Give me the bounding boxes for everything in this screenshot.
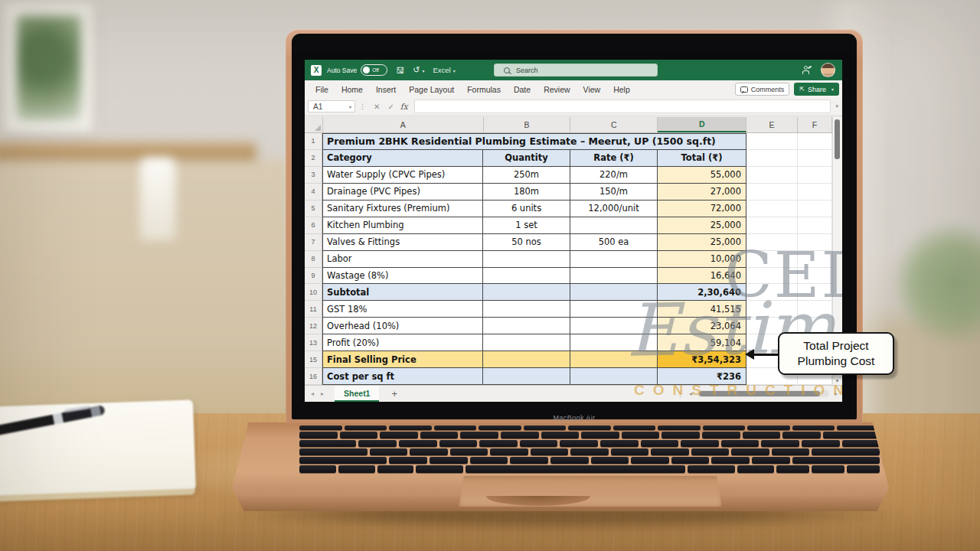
key[interactable]	[792, 425, 835, 430]
key[interactable]	[338, 465, 375, 473]
cell-C7[interactable]: 500 ea	[570, 234, 658, 251]
key[interactable]	[681, 440, 719, 447]
row-header-6[interactable]: 6	[305, 217, 322, 234]
key[interactable]	[658, 425, 701, 430]
key[interactable]	[737, 465, 774, 473]
cell-B10[interactable]	[483, 284, 570, 301]
cell-C11[interactable]	[570, 301, 658, 318]
cell-F2[interactable]	[798, 150, 832, 167]
keyboard[interactable]	[299, 425, 880, 473]
cell-E6[interactable]	[746, 217, 798, 234]
key[interactable]	[761, 440, 799, 447]
horizontal-scroll-thumb[interactable]	[699, 391, 820, 396]
key[interactable]	[466, 465, 685, 473]
name-box[interactable]: A1 ▾	[308, 100, 355, 112]
vertical-scroll-thumb[interactable]	[835, 119, 840, 159]
cell-D11[interactable]: 41,515	[658, 301, 746, 318]
column-header-A[interactable]: A	[323, 117, 484, 132]
cell-C16[interactable]	[570, 368, 658, 385]
cell-C12[interactable]	[570, 318, 658, 334]
cell-C8[interactable]	[570, 251, 658, 268]
key[interactable]	[743, 432, 781, 439]
cell-F4[interactable]	[798, 184, 832, 201]
cell-A7[interactable]: Valves & Fittings	[322, 234, 483, 251]
row-header-13[interactable]: 13	[305, 334, 322, 351]
column-header-B[interactable]: B	[484, 117, 571, 132]
key[interactable]	[470, 457, 508, 464]
key[interactable]	[299, 448, 368, 455]
key[interactable]	[410, 448, 447, 455]
key[interactable]	[782, 432, 821, 439]
key[interactable]	[531, 448, 568, 455]
undo-icon[interactable]: ↺▾	[413, 65, 424, 75]
cell-F7[interactable]	[798, 234, 832, 251]
ribbon-tab-formulas[interactable]: Formulas	[467, 85, 501, 94]
key[interactable]	[812, 465, 844, 473]
row-header-16[interactable]: 16	[305, 368, 322, 385]
cell-A10[interactable]: Subtotal	[322, 284, 483, 301]
key[interactable]	[490, 448, 528, 455]
cell-C6[interactable]	[570, 217, 658, 234]
key[interactable]	[450, 448, 488, 455]
column-header-D[interactable]: D	[658, 117, 746, 132]
cell-B13[interactable]	[483, 334, 570, 351]
column-header-C[interactable]: C	[570, 117, 658, 132]
ribbon-tab-home[interactable]: Home	[341, 85, 363, 94]
cell-D9[interactable]: 16,640	[658, 268, 746, 285]
cell-D10[interactable]: 2,30,640	[658, 284, 746, 301]
key[interactable]	[812, 448, 880, 455]
cell-F1[interactable]	[798, 133, 832, 150]
key[interactable]	[299, 425, 342, 430]
sheet-nav-right-icon[interactable]: ▸	[321, 390, 324, 397]
key[interactable]	[340, 432, 378, 439]
cell-E1[interactable]	[746, 133, 798, 150]
key[interactable]	[460, 432, 498, 439]
cell-A15[interactable]: Final Selling Price	[322, 351, 483, 368]
cell-D4[interactable]: 27,000	[658, 184, 746, 201]
cell-E2[interactable]	[746, 150, 798, 167]
key[interactable]	[560, 440, 598, 447]
formula-input[interactable]	[414, 99, 831, 113]
cell-F5[interactable]	[798, 201, 832, 217]
key[interactable]	[622, 432, 660, 439]
fx-icon[interactable]: fx	[400, 102, 408, 111]
present-in-meeting-icon[interactable]	[802, 66, 812, 74]
row-header-10[interactable]: 10	[305, 284, 322, 301]
key[interactable]	[702, 432, 740, 439]
row-header-8[interactable]: 8	[305, 251, 322, 268]
key[interactable]	[389, 457, 427, 464]
cell-D16[interactable]: ₹236	[658, 368, 746, 385]
key[interactable]	[345, 425, 387, 430]
key[interactable]	[842, 440, 880, 447]
cell-B12[interactable]	[483, 318, 570, 334]
key[interactable]	[380, 432, 418, 439]
key[interactable]	[703, 425, 746, 430]
cell-F3[interactable]	[798, 167, 832, 184]
cell-D6[interactable]: 25,000	[658, 217, 746, 234]
autosave-toggle[interactable]: Off	[361, 64, 387, 76]
key[interactable]	[671, 457, 710, 464]
row-header-3[interactable]: 3	[305, 167, 322, 184]
key[interactable]	[721, 440, 760, 447]
key[interactable]	[802, 440, 840, 447]
share-button[interactable]: ⇱ Share ▾	[794, 83, 839, 96]
key[interactable]	[752, 457, 790, 464]
cell-A9[interactable]: Wastage (8%)	[322, 268, 483, 285]
key[interactable]	[434, 425, 477, 430]
cell-C10[interactable]	[570, 284, 658, 301]
cell-A12[interactable]: Overhead (10%)	[322, 318, 483, 334]
cell-F11[interactable]	[798, 301, 832, 318]
cell-E8[interactable]	[746, 251, 798, 268]
cell-E11[interactable]	[746, 301, 798, 318]
key[interactable]	[641, 440, 679, 447]
cell-B11[interactable]	[483, 301, 570, 318]
key[interactable]	[792, 457, 880, 464]
ribbon-tab-view[interactable]: View	[583, 85, 601, 94]
cell-E9[interactable]	[746, 268, 798, 285]
key[interactable]	[358, 440, 397, 447]
key[interactable]	[416, 465, 463, 473]
cell-F10[interactable]	[798, 284, 832, 301]
key[interactable]	[541, 432, 580, 439]
cell-C9[interactable]	[570, 268, 658, 285]
sheet-tab-sheet1[interactable]: Sheet1	[335, 386, 379, 402]
